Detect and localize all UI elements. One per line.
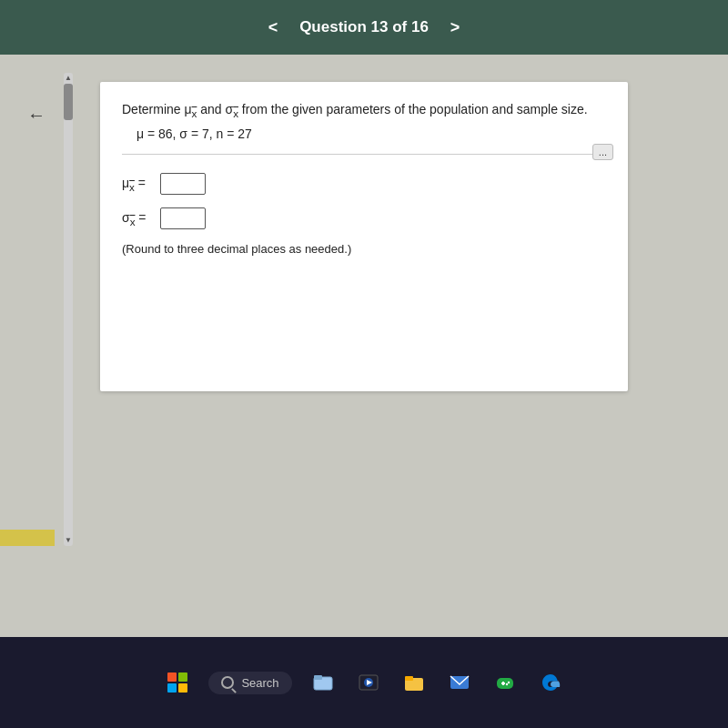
sigma-label: σx =	[122, 210, 155, 228]
video-app-button[interactable]	[354, 668, 383, 697]
question-card: Determine μx and σx from the given param…	[100, 82, 628, 391]
question-instruction: Determine μx and σx from the given param…	[122, 100, 606, 121]
folder-button[interactable]	[399, 668, 429, 697]
scrollbar-thumb[interactable]	[64, 84, 73, 120]
svg-rect-1	[314, 675, 322, 680]
main-content-area: ← ▲ ▼ Determine μx and σx from the given…	[0, 55, 728, 637]
windows-start-button[interactable]	[163, 668, 192, 697]
more-options-button[interactable]: ...	[592, 144, 613, 160]
scroll-up-arrow[interactable]: ▲	[64, 73, 73, 84]
mail-icon	[449, 672, 470, 693]
scrollbar[interactable]: ▲ ▼	[64, 73, 73, 546]
sigma-input-row: σx =	[122, 207, 606, 229]
rounding-note: (Round to three decimal places as needed…	[122, 242, 606, 256]
yellow-strip	[0, 530, 55, 546]
question-counter: Question 13 of 16	[299, 18, 429, 36]
taskbar: Search	[0, 637, 728, 728]
search-icon	[221, 676, 234, 689]
question-parameters: μ = 86, σ = 7, n = 27	[136, 126, 606, 141]
folder-icon	[403, 672, 425, 693]
mail-button[interactable]	[445, 668, 474, 697]
svg-point-11	[507, 682, 509, 683]
svg-rect-6	[405, 676, 413, 681]
mu-answer-input[interactable]	[160, 173, 206, 195]
taskbar-search-bar[interactable]: Search	[208, 672, 291, 694]
windows-logo-icon	[167, 672, 187, 693]
prev-question-button[interactable]: <	[261, 15, 286, 41]
file-explorer-button[interactable]	[308, 668, 338, 697]
back-arrow-button[interactable]: ←	[27, 105, 46, 126]
edge-browser-button[interactable]	[536, 668, 565, 697]
edge-icon	[540, 672, 561, 693]
next-question-button[interactable]: >	[443, 15, 468, 41]
game-button[interactable]	[490, 668, 520, 697]
mu-input-row: μx =	[122, 173, 606, 195]
top-navigation: < Question 13 of 16 >	[0, 0, 728, 55]
game-icon	[494, 672, 516, 693]
question-progress: < Question 13 of 16 >	[261, 15, 468, 41]
file-explorer-icon	[312, 672, 334, 693]
search-label: Search	[241, 676, 278, 690]
scroll-down-arrow[interactable]: ▼	[64, 535, 73, 546]
svg-point-12	[505, 683, 507, 685]
mu-label: μx =	[122, 176, 155, 193]
sigma-answer-input[interactable]	[160, 207, 206, 229]
video-icon	[358, 672, 379, 693]
divider	[122, 154, 606, 155]
